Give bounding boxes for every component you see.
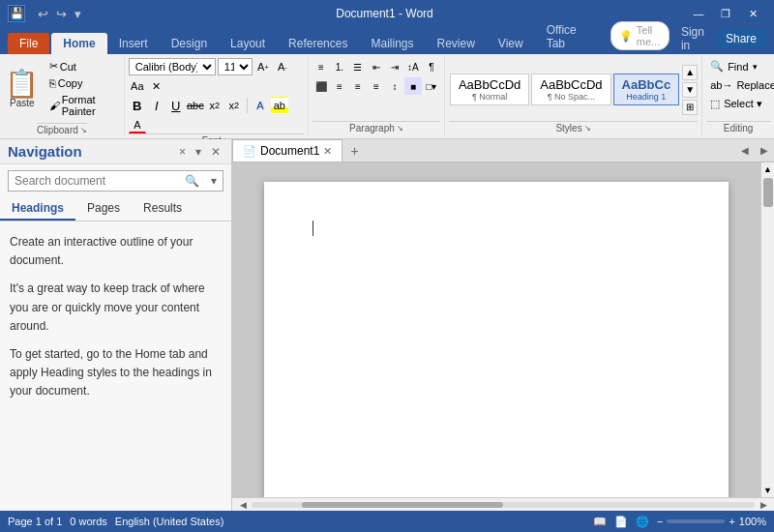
find-icon: 🔍 [710, 60, 724, 73]
strikethrough-button[interactable]: abc [187, 97, 204, 114]
line-spacing-button[interactable]: ↕ [386, 77, 403, 95]
highlight-button[interactable]: ab [271, 97, 288, 114]
tab-insert[interactable]: Insert [107, 33, 160, 54]
tab-review[interactable]: Review [425, 33, 486, 54]
doc-tab-close-button[interactable]: ✕ [323, 145, 332, 158]
nav-collapse-button[interactable]: ▾ [193, 144, 204, 160]
change-case-button[interactable]: Aa [129, 77, 146, 95]
styles-more-button[interactable]: ⊞ [682, 100, 698, 115]
paragraph-label: Paragraph ↘ [313, 121, 440, 134]
cut-button[interactable]: ✂ Cut [46, 58, 122, 74]
tell-me-input[interactable]: 💡 Tell me... [610, 21, 670, 50]
nav-search-dropdown[interactable]: ▾ [205, 171, 223, 191]
center-button[interactable]: ≡ [331, 77, 348, 95]
select-button[interactable]: ⬚ Select ▾ [706, 96, 770, 112]
scroll-down-button[interactable]: ▼ [763, 486, 772, 495]
new-tab-button[interactable]: + [342, 141, 366, 161]
vertical-scrollbar[interactable]: ▲ ▼ [760, 163, 774, 497]
redo-button[interactable]: ↪ [53, 7, 70, 21]
superscript-button[interactable]: x2 [225, 97, 243, 114]
multilevel-button[interactable]: ☰ [349, 58, 367, 75]
borders-button[interactable]: □▾ [423, 77, 440, 95]
clipboard-expand-icon[interactable]: ↘ [80, 126, 87, 134]
font-grow-button[interactable]: A+ [254, 58, 272, 75]
restore-button[interactable]: ❐ [712, 4, 739, 23]
nav-search-button[interactable]: 🔍 [179, 171, 205, 191]
paste-button[interactable]: 📋 Paste [0, 56, 45, 123]
style-heading1[interactable]: AaBbCc Heading 1 [613, 74, 680, 105]
document-page[interactable] [264, 182, 729, 497]
zoom-out-button[interactable]: − [657, 516, 663, 527]
view-web-button[interactable]: 🌐 [636, 516, 649, 528]
nav-search-toggle[interactable]: × [176, 144, 189, 160]
signin-button[interactable]: Sign in [673, 23, 712, 54]
minimize-button[interactable]: — [685, 4, 712, 23]
main-area: Navigation × ▾ ✕ 🔍 ▾ Headings Pages Resu… [0, 139, 774, 511]
style-no-spacing[interactable]: AaBbCcDd ¶ No Spac... [531, 74, 610, 105]
share-button[interactable]: Share [716, 29, 766, 48]
doc-tab-scroll-right[interactable]: ▶ [755, 141, 774, 161]
scroll-up-button[interactable]: ▲ [763, 164, 772, 174]
copy-button[interactable]: ⎘ Copy [46, 75, 122, 91]
sort-button[interactable]: ↕A [404, 58, 422, 75]
underline-button[interactable]: U [167, 97, 185, 114]
format-painter-button[interactable]: 🖌 Format Painter [46, 92, 122, 119]
nav-tab-headings[interactable]: Headings [0, 197, 75, 221]
format-painter-icon: 🖌 [49, 100, 60, 111]
doc-scroll-area[interactable] [232, 163, 760, 497]
view-print-button[interactable]: 📄 [614, 516, 628, 528]
styles-scroll-buttons: ▲ ▼ ⊞ [682, 65, 698, 115]
hscroll-right-button[interactable]: ▶ [757, 500, 770, 510]
numbering-button[interactable]: 1. [331, 58, 348, 75]
italic-button[interactable]: I [148, 97, 165, 114]
bold-button[interactable]: B [129, 97, 146, 114]
bullets-button[interactable]: ≡ [313, 58, 330, 75]
font-color-button[interactable]: A [129, 116, 146, 133]
tab-mailings[interactable]: Mailings [359, 33, 425, 54]
undo-button[interactable]: ↩ [35, 7, 51, 21]
clear-formatting-button[interactable]: ✕ [148, 77, 165, 95]
close-button[interactable]: ✕ [739, 4, 766, 23]
align-right-button[interactable]: ≡ [349, 77, 367, 95]
nav-search-input[interactable] [9, 171, 179, 191]
text-effect-button[interactable]: A [252, 97, 269, 114]
view-read-button[interactable]: 📖 [593, 516, 607, 528]
tab-references[interactable]: References [277, 33, 359, 54]
font-size-select[interactable]: 11 [218, 58, 253, 75]
doc-tab-scroll-left[interactable]: ◀ [735, 141, 755, 161]
paragraph-expand-icon[interactable]: ↘ [397, 124, 403, 133]
tab-view[interactable]: View [487, 33, 535, 54]
styles-expand-icon[interactable]: ↘ [584, 124, 591, 133]
styles-down-button[interactable]: ▼ [682, 82, 698, 98]
tab-office-tab[interactable]: Office Tab [535, 19, 599, 54]
nav-tab-pages[interactable]: Pages [75, 197, 132, 221]
tab-layout[interactable]: Layout [219, 33, 277, 54]
hscroll-left-button[interactable]: ◀ [236, 500, 250, 510]
decrease-indent-button[interactable]: ⇤ [368, 58, 385, 75]
zoom-slider[interactable] [667, 519, 725, 523]
find-button[interactable]: 🔍 Find ▾ [706, 58, 770, 74]
document-area: 📄 Document1 ✕ + ◀ ▶ ▲ ▼ ◀ [232, 139, 774, 511]
nav-tab-results[interactable]: Results [132, 197, 194, 221]
tab-file[interactable]: File [8, 33, 49, 54]
tab-design[interactable]: Design [160, 33, 219, 54]
align-left-button[interactable]: ⬛ [313, 77, 330, 95]
tab-home[interactable]: Home [51, 33, 106, 54]
font-shrink-button[interactable]: A- [274, 58, 291, 75]
increase-indent-button[interactable]: ⇥ [386, 58, 403, 75]
customize-qat-button[interactable]: ▾ [72, 7, 84, 21]
nav-close-button[interactable]: ✕ [208, 144, 223, 160]
scroll-thumb[interactable] [763, 178, 773, 207]
subscript-button[interactable]: x2 [206, 97, 223, 114]
style-normal[interactable]: AaBbCcDd ¶ Normal [450, 74, 529, 105]
justify-button[interactable]: ≡ [368, 77, 385, 95]
zoom-in-button[interactable]: + [729, 516, 734, 527]
show-marks-button[interactable]: ¶ [423, 58, 440, 75]
hscroll-track[interactable] [252, 502, 755, 508]
styles-up-button[interactable]: ▲ [682, 65, 698, 80]
save-button[interactable]: 💾 [8, 5, 25, 22]
replace-button[interactable]: ab→ Replace [706, 77, 770, 93]
font-name-select[interactable]: Calibri (Body) [129, 58, 216, 75]
shading-button[interactable]: ■ [404, 77, 422, 95]
document-tab[interactable]: 📄 Document1 ✕ [232, 139, 342, 162]
